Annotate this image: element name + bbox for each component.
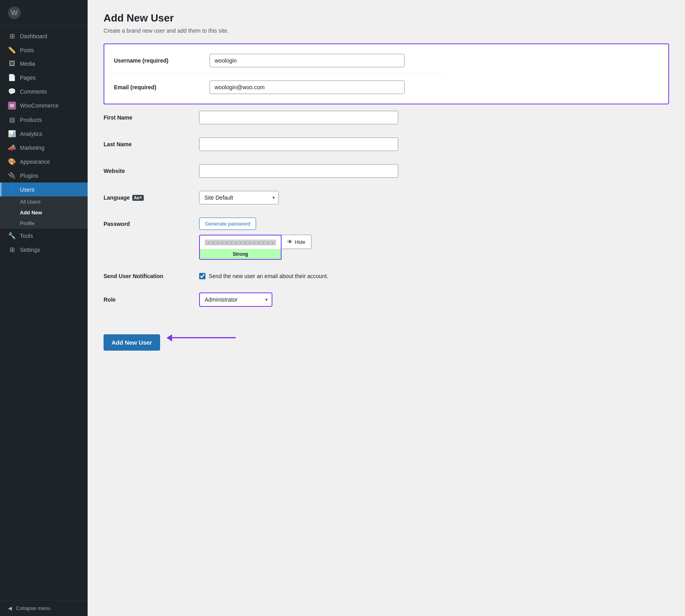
website-row: Website [104,158,434,184]
language-label: Language Aa✕ [104,194,199,201]
send-notification-field: Send the new user an email about their a… [199,273,328,279]
sidebar-item-marketing[interactable]: 📣 Marketing [0,141,88,155]
password-strength-bar: Strong [200,249,281,259]
settings-icon: ⊞ [8,246,16,253]
sidebar-item-plugins[interactable]: 🔌 Plugins [0,169,88,182]
sidebar-item-label: Media [20,61,35,67]
dashboard-icon: ⊞ [8,32,16,40]
woocommerce-icon: W [8,102,16,110]
lastname-row: Last Name [104,131,434,158]
firstname-label: First Name [104,114,199,121]
sidebar-subitem-profile[interactable]: Profile [0,218,88,229]
sidebar-item-pages[interactable]: 📄 Pages [0,71,88,84]
email-input[interactable] [209,80,405,94]
plugins-icon: 🔌 [8,172,16,179]
submit-row: Add New User [104,325,669,351]
sidebar-item-settings[interactable]: ⊞ Settings [0,243,88,257]
wp-logo-icon: W [8,6,21,19]
lastname-input[interactable] [199,137,398,151]
eye-slash-icon: 👁 [287,239,293,245]
users-submenu: All Users Add New Profile [0,196,88,229]
sidebar-item-appearance[interactable]: 🎨 Appearance [0,155,88,169]
hide-label: Hide [295,239,305,245]
sidebar-subitem-all-users[interactable]: All Users [0,196,88,207]
sidebar-item-dashboard[interactable]: ⊞ Dashboard [0,29,88,43]
username-label: Username (required) [114,57,209,64]
firstname-input[interactable] [199,111,398,124]
marketing-icon: 📣 [8,144,16,151]
posts-icon: ✏️ [8,46,16,54]
arrow-annotation [166,334,236,341]
appearance-icon: 🎨 [8,158,16,165]
password-input[interactable] [200,235,281,249]
sidebar-item-users[interactable]: 👤 Users [0,182,88,196]
email-label: Email (required) [114,84,209,90]
sidebar-item-label: Comments [20,88,47,95]
lastname-label: Last Name [104,141,199,147]
send-notification-text: Send the new user an email about their a… [209,273,328,279]
sidebar-item-label: Users [20,186,35,193]
sidebar-item-label: Settings [20,247,40,253]
generate-password-button[interactable]: Generate password [199,218,256,230]
hide-password-button[interactable]: 👁 Hide [282,235,311,249]
sidebar-item-analytics[interactable]: 📊 Analytics [0,127,88,141]
language-row: Language Aa✕ Site Default English (Unite… [104,184,434,211]
tools-icon: 🔧 [8,232,16,239]
comments-icon: 💬 [8,88,16,95]
role-row: Role Administrator Editor Author Contrib… [104,286,434,314]
password-strength-label: Strong [233,251,248,257]
arrow-line [172,337,236,338]
website-input[interactable] [199,164,398,178]
sidebar: W ⊞ Dashboard ✏️ Posts 🖼 Media 📄 Pages 💬… [0,0,88,616]
page-subtitle: Create a brand new user and add them to … [104,27,669,34]
sidebar-logo: W [0,0,88,26]
page-title: Add New User [104,12,669,24]
media-icon: 🖼 [8,60,16,67]
sidebar-menu: ⊞ Dashboard ✏️ Posts 🖼 Media 📄 Pages 💬 C… [0,26,88,600]
password-label: Password [104,221,199,227]
language-select[interactable]: Site Default English (United States) Fre… [199,191,279,204]
role-label: Role [104,296,199,303]
sidebar-item-tools[interactable]: 🔧 Tools [0,229,88,243]
products-icon: ▤ [8,116,16,124]
collapse-label: Collapse menu [16,605,51,611]
send-notification-row: Send User Notification Send the new user… [104,267,434,286]
send-notification-checkbox[interactable] [199,273,206,279]
sidebar-item-comments[interactable]: 💬 Comments [0,84,88,98]
add-new-user-button[interactable]: Add New User [104,334,160,351]
required-fields-section: Username (required) Email (required) [104,43,669,104]
language-select-wrapper: Site Default English (United States) Fre… [199,191,279,204]
analytics-icon: 📊 [8,130,16,137]
sidebar-subitem-add-new[interactable]: Add New [0,207,88,218]
sidebar-item-label: Tools [20,233,33,239]
main-content: Add New User Create a brand new user and… [88,0,685,616]
arrow-head-icon [166,334,172,341]
sidebar-item-woocommerce[interactable]: W WooCommerce [0,98,88,113]
role-select-highlighted: Administrator Editor Author Contributor … [199,292,272,307]
sidebar-item-label: Pages [20,75,36,81]
sidebar-item-label: Analytics [20,131,42,137]
sidebar-item-label: Posts [20,47,34,53]
sidebar-item-products[interactable]: ▤ Products [0,113,88,127]
sidebar-item-label: Plugins [20,173,38,179]
username-input[interactable] [209,54,405,67]
role-select[interactable]: Administrator Editor Author Contributor … [200,293,272,306]
password-field-container: Strong [199,235,282,260]
sidebar-item-media[interactable]: 🖼 Media [0,57,88,71]
sidebar-item-label: Products [20,117,42,123]
send-notification-label: Send User Notification [104,273,199,279]
role-select-wrapper: Administrator Editor Author Contributor … [200,293,272,306]
collapse-icon: ◀ [8,605,12,611]
website-label: Website [104,168,199,174]
sidebar-item-label: Marketing [20,145,44,151]
sidebar-item-label: Dashboard [20,33,47,39]
collapse-menu-button[interactable]: ◀ Collapse menu [0,600,88,616]
password-row: Password Generate password Copy this pas… [104,211,434,267]
firstname-row: First Name [104,104,434,131]
users-icon: 👤 [8,186,16,193]
sidebar-item-label: WooCommerce [20,102,59,109]
sidebar-item-posts[interactable]: ✏️ Posts [0,43,88,57]
pages-icon: 📄 [8,74,16,81]
sidebar-item-label: Appearance [20,159,50,165]
language-icon: Aa✕ [132,195,144,201]
